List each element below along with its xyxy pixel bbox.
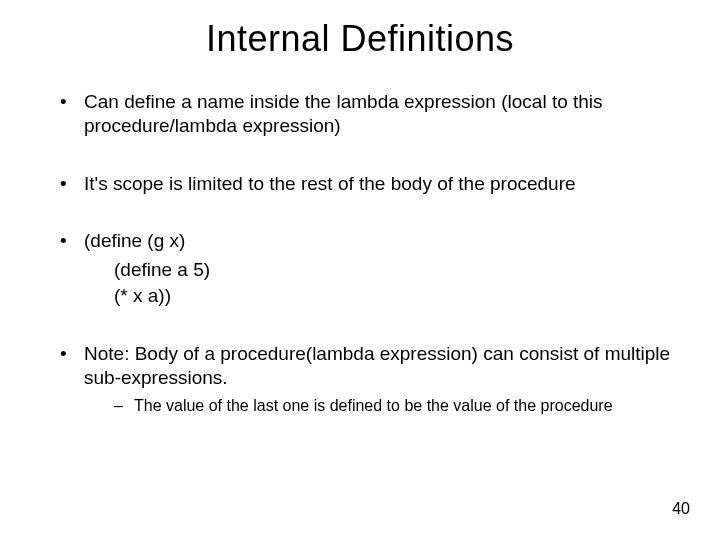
bullet-item-3: (define (g x) (define a 5) (* x a)) <box>60 229 680 308</box>
bullet-list: Can define a name inside the lambda expr… <box>40 90 680 417</box>
code-line-3: (* x a)) <box>114 283 680 309</box>
slide: Internal Definitions Can define a name i… <box>0 0 720 540</box>
sub-bullet-list: The value of the last one is defined to … <box>84 396 680 417</box>
bullet-item-4: Note: Body of a procedure(lambda express… <box>60 342 680 416</box>
bullet-text-3-line1: (define (g x) <box>84 230 185 251</box>
slide-title: Internal Definitions <box>40 18 680 60</box>
sub-bullet-item-1: The value of the last one is defined to … <box>114 396 680 417</box>
bullet-item-1: Can define a name inside the lambda expr… <box>60 90 680 138</box>
bullet-text-4: Note: Body of a procedure(lambda express… <box>84 343 670 388</box>
page-number: 40 <box>672 500 690 518</box>
bullet-item-2: It's scope is limited to the rest of the… <box>60 172 680 196</box>
bullet-text-1: Can define a name inside the lambda expr… <box>84 91 603 136</box>
code-line-2: (define a 5) <box>114 257 680 283</box>
sub-bullet-text-1: The value of the last one is defined to … <box>134 397 613 414</box>
code-block: (define a 5) (* x a)) <box>84 257 680 308</box>
bullet-text-2: It's scope is limited to the rest of the… <box>84 173 576 194</box>
